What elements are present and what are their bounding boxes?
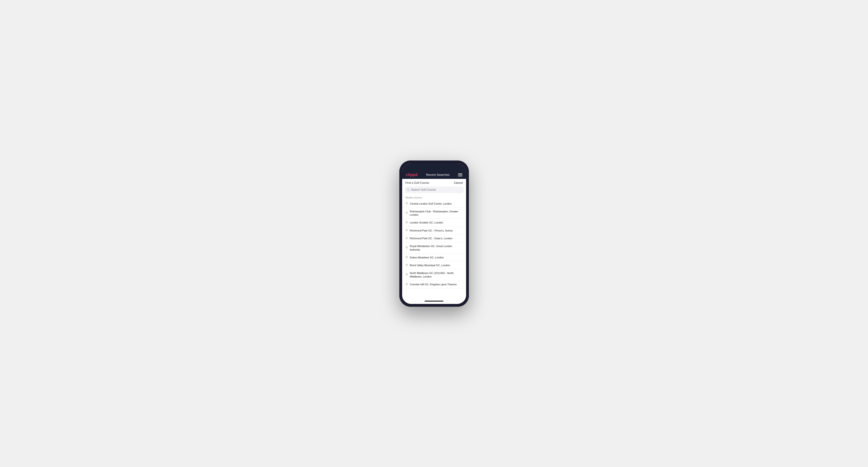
location-pin-icon xyxy=(405,202,408,205)
location-pin-icon xyxy=(405,237,408,240)
location-pin-icon xyxy=(405,283,408,286)
course-name: Roehampton Club - Roehampton, Greater Lo… xyxy=(410,210,463,217)
content-area: Find a Golf Course Cancel Nearby courses xyxy=(402,179,466,299)
course-name: Royal Wimbledon GC, Great London Authori… xyxy=(410,245,463,251)
svg-point-7 xyxy=(406,247,407,248)
course-name: Richmond Park GC - Prince's, Surrey xyxy=(410,229,453,232)
location-pin-icon xyxy=(405,221,408,224)
course-name: Richmond Park GC - Duke's, London xyxy=(410,237,453,240)
app-logo: clippd xyxy=(406,173,418,177)
course-name: Coombe Hill GC, Kingston upon Thames xyxy=(410,283,457,286)
svg-point-6 xyxy=(406,238,407,238)
location-pin-icon xyxy=(405,229,408,232)
course-list-item[interactable]: Royal Wimbledon GC, Great London Authori… xyxy=(402,242,466,254)
location-pin-icon xyxy=(405,256,408,259)
course-list-item[interactable]: Richmond Park GC - Duke's, London xyxy=(402,235,466,242)
svg-point-3 xyxy=(406,212,407,213)
location-pin-icon xyxy=(405,264,408,267)
phone-notch xyxy=(423,163,445,167)
svg-point-10 xyxy=(406,274,407,275)
svg-point-4 xyxy=(406,222,407,222)
svg-point-5 xyxy=(406,229,407,230)
location-pin-icon xyxy=(405,273,408,276)
course-name: North Middlesex GC (1011942 - North Midd… xyxy=(410,271,463,278)
phone-screen: clippd Recent Searches Find a Golf Cours… xyxy=(402,163,466,304)
home-indicator xyxy=(425,301,443,302)
menu-icon[interactable] xyxy=(458,174,462,176)
location-pin-icon xyxy=(405,246,408,249)
course-name: Dukes Meadows GC, London xyxy=(410,256,444,259)
course-list-item[interactable]: North Middlesex GC (1011942 - North Midd… xyxy=(402,269,466,281)
course-name: London Scottish GC, London xyxy=(410,221,443,224)
app-header: clippd Recent Searches xyxy=(402,171,466,179)
svg-point-11 xyxy=(406,284,407,284)
search-input[interactable] xyxy=(411,188,461,191)
course-list-item[interactable]: Brent Valley Municipal GC, London xyxy=(402,261,466,269)
course-list-item[interactable]: Dukes Meadows GC, London xyxy=(402,254,466,261)
course-list-item[interactable]: Central London Golf Centre, London xyxy=(402,200,466,208)
course-name: Central London Golf Centre, London xyxy=(410,202,452,205)
find-label: Find a Golf Course xyxy=(405,181,429,185)
svg-point-8 xyxy=(406,257,407,257)
svg-point-9 xyxy=(406,264,407,265)
svg-point-2 xyxy=(406,203,407,203)
location-pin-icon xyxy=(405,212,408,215)
app-title: Recent Searches xyxy=(426,173,450,177)
course-list-item[interactable]: Coombe Hill GC, Kingston upon Thames xyxy=(402,281,466,288)
svg-line-1 xyxy=(409,190,409,191)
phone-frame: clippd Recent Searches Find a Golf Cours… xyxy=(399,160,469,307)
course-name: Brent Valley Municipal GC, London xyxy=(410,263,450,267)
nearby-section-label: Nearby courses xyxy=(402,195,466,200)
search-input-wrapper xyxy=(404,186,464,193)
course-list: Central London Golf Centre, London Roeha… xyxy=(402,200,466,299)
search-icon xyxy=(407,188,410,191)
course-list-item[interactable]: London Scottish GC, London xyxy=(402,219,466,226)
find-bar: Find a Golf Course Cancel xyxy=(402,179,466,186)
cancel-button[interactable]: Cancel xyxy=(454,181,463,185)
course-list-item[interactable]: Roehampton Club - Roehampton, Greater Lo… xyxy=(402,208,466,219)
search-container xyxy=(402,186,466,195)
home-bar xyxy=(402,299,466,304)
course-list-item[interactable]: Richmond Park GC - Prince's, Surrey xyxy=(402,227,466,235)
